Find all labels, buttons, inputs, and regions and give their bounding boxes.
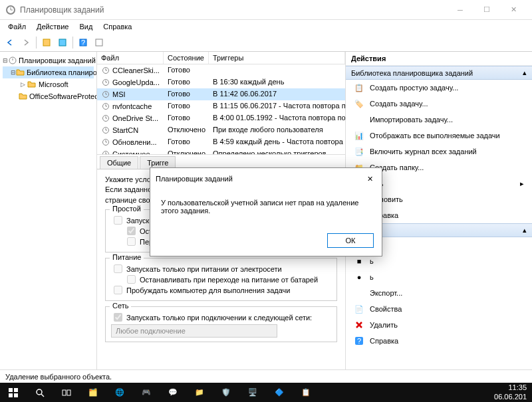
clock-icon — [101, 126, 110, 135]
taskbar-app[interactable]: 🔷 — [266, 383, 293, 402]
action-export[interactable]: Экспорт... — [346, 285, 532, 301]
task-name: GoogleUpda... — [112, 78, 160, 86]
menu-help[interactable]: Справка — [98, 21, 137, 32]
task-row[interactable]: nvfontcacheГотовоВ 11:15 06.06.2017 - Ча… — [97, 100, 345, 112]
back-button[interactable] — [3, 35, 17, 50]
forward-button[interactable] — [19, 35, 33, 50]
submenu-arrow-icon: ▸ — [520, 179, 524, 188]
menu-file[interactable]: Файл — [3, 21, 31, 32]
clock-icon — [101, 102, 110, 111]
taskbar-app[interactable]: 💬 — [160, 383, 186, 402]
actions-section-library[interactable]: Библиотека планировщика заданий ▴ — [346, 66, 532, 80]
network-dropdown[interactable]: Любое подключение — [111, 324, 277, 338]
task-row[interactable]: Системное ...ОтключеноОпределено несколь… — [97, 148, 345, 155]
task-row[interactable]: Обновлени...ГотовоВ 4:59 каждый день - Ч… — [97, 136, 345, 148]
menu-view[interactable]: Вид — [74, 21, 98, 32]
delete-icon — [354, 320, 364, 330]
toolbar-btn-2[interactable] — [55, 35, 70, 50]
task-trigger: Определено несколько триггеров — [209, 148, 345, 155]
help-button[interactable]: ? — [76, 35, 90, 50]
col-file[interactable]: Файл — [97, 52, 164, 64]
task-state: Готово — [164, 100, 209, 112]
start-button[interactable] — [0, 383, 27, 402]
dialog-titlebar: Планировщик заданий ✕ — [150, 168, 382, 189]
tree-microsoft[interactable]: ▷ Microsoft — [3, 78, 94, 90]
dialog-ok-button[interactable]: ОК — [327, 233, 374, 248]
task-row[interactable]: OneDrive St...ГотовоВ 4:00 01.05.1992 - … — [97, 112, 345, 124]
taskview-button[interactable] — [53, 383, 80, 402]
taskbar-app[interactable]: 🌐 — [106, 383, 133, 402]
taskbar-app[interactable]: 🛡️ — [213, 383, 239, 402]
col-state[interactable]: Состояние — [164, 52, 209, 64]
chk-stop-battery[interactable]: Останавливать при переходе на питание от… — [111, 275, 331, 284]
dialog-buttons: ОК — [150, 228, 382, 256]
action-enable-log[interactable]: 📑Включить журнал всех заданий — [346, 144, 532, 159]
tree-root[interactable]: ⊟ Планировщик заданий (Лок — [3, 54, 94, 66]
collapse-icon[interactable]: ▴ — [523, 68, 527, 77]
svg-rect-41 — [14, 388, 18, 392]
taskbar-app[interactable]: 🎮 — [133, 383, 160, 402]
expand-icon[interactable]: ▷ — [19, 81, 27, 88]
taskbar-app[interactable]: 🖥️ — [239, 383, 266, 402]
task-state: Готово — [164, 136, 209, 148]
collapse-icon[interactable]: ⊟ — [3, 57, 8, 64]
chk-wake[interactable]: Пробуждать компьютер для выполнения зада… — [111, 286, 331, 294]
chk-network-only[interactable]: Запускать только при подключении к следу… — [111, 313, 331, 322]
task-row[interactable]: MSIГотовоВ 11:42 06.06.2017 — [97, 88, 345, 100]
tree-office[interactable]: OfficeSoftwareProtect — [3, 90, 94, 102]
menubar: Файл Действие Вид Справка — [0, 20, 532, 33]
search-button[interactable] — [27, 383, 53, 402]
svg-rect-47 — [67, 390, 70, 395]
action-create-task[interactable]: 🏷️Создать задачу... — [346, 96, 532, 112]
dialog-title-text: Планировщик заданий — [156, 175, 233, 183]
close-button[interactable]: ✕ — [500, 1, 527, 19]
task-name: OneDrive St... — [112, 114, 158, 122]
folder-icon — [19, 91, 28, 102]
toolbar-btn-3[interactable] — [92, 35, 106, 50]
task-row[interactable]: CCleanerSki...Готово — [97, 64, 345, 76]
task-row[interactable]: GoogleUpda...ГотовоВ 16:30 каждый день — [97, 76, 345, 88]
task-trigger: В 16:30 каждый день — [209, 76, 345, 88]
action-disable[interactable]: ●ь — [346, 269, 532, 285]
chk-ac-only[interactable]: Запускать только при питании от электрос… — [111, 264, 331, 273]
svg-text:?: ? — [81, 39, 85, 47]
tree-office-label: OfficeSoftwareProtect — [29, 92, 97, 100]
collapse-icon[interactable]: ▴ — [523, 226, 527, 235]
folder-icon — [27, 79, 37, 90]
help-icon: ? — [354, 336, 364, 346]
tab-general[interactable]: Общие — [100, 156, 138, 169]
task-icon: 🏷️ — [354, 98, 364, 109]
action-show-running[interactable]: 📊Отображать все выполняемые задачи — [346, 128, 532, 144]
tree-panel: ⊟ Планировщик заданий (Лок ⊟ Библиотека … — [0, 52, 97, 369]
dialog-close-button[interactable]: ✕ — [363, 172, 376, 185]
svg-line-45 — [41, 394, 44, 397]
tray-time: 11:35 — [508, 383, 527, 391]
toolbar-btn-1[interactable] — [39, 35, 54, 50]
task-row[interactable]: StartCNОтключеноПри входе любого пользов… — [97, 124, 345, 136]
maximize-button[interactable]: ☐ — [473, 1, 500, 19]
task-state: Отключено — [164, 148, 209, 155]
actions-header: Действия — [346, 52, 532, 66]
folder-icon — [16, 67, 25, 78]
menu-action[interactable]: Действие — [31, 21, 74, 32]
action-properties[interactable]: 📄Свойства — [346, 301, 532, 317]
svg-rect-46 — [63, 390, 66, 395]
system-tray[interactable]: 11:3506.06.201 — [489, 383, 532, 401]
action-help-item[interactable]: ?Справка — [346, 333, 532, 349]
svg-rect-40 — [9, 388, 13, 392]
clock-icon — [101, 150, 110, 155]
action-import[interactable]: Импортировать задачу... — [346, 112, 532, 128]
clock-icon — [101, 78, 110, 87]
taskbar-app[interactable]: 📁 — [186, 383, 213, 402]
window-title: Планировщик заданий — [20, 5, 447, 15]
tree-library[interactable]: ⊟ Библиотека планировщ — [3, 66, 94, 78]
action-delete[interactable]: Удалить — [346, 317, 532, 333]
legend-power: Питание — [110, 253, 144, 261]
error-dialog: Планировщик заданий ✕ У пользовательской… — [150, 167, 382, 256]
taskbar-app[interactable]: 📋 — [293, 383, 319, 402]
action-create-basic[interactable]: 📋Создать простую задачу... — [346, 80, 532, 96]
minimize-button[interactable]: ─ — [447, 1, 473, 19]
col-triggers[interactable]: Триггеры — [209, 52, 345, 64]
taskbar-app[interactable]: 🗂️ — [80, 383, 106, 402]
collapse-icon[interactable]: ⊟ — [11, 69, 16, 76]
